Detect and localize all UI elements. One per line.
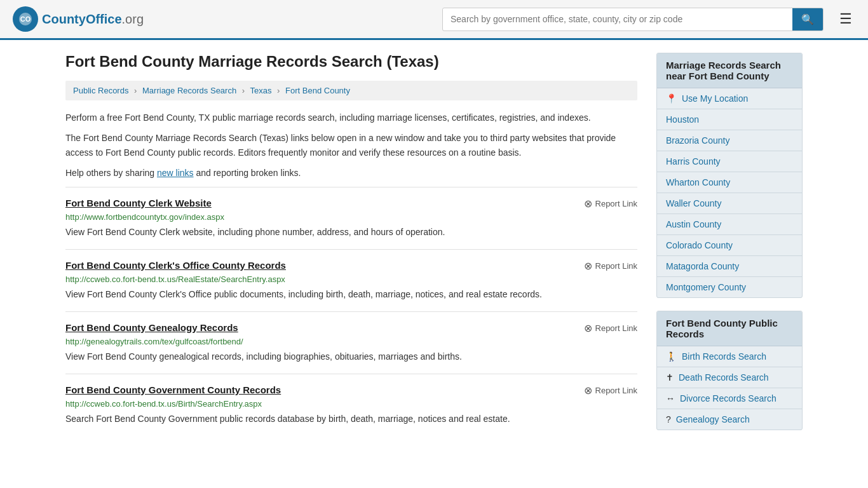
content-area: Fort Bend County Marriage Records Search… <box>65 53 637 443</box>
breadcrumb: Public Records › Marriage Records Search… <box>65 81 637 100</box>
report-icon: ⊗ <box>584 322 592 334</box>
records-container: Fort Bend County Clerk Website ⊗ Report … <box>65 187 637 436</box>
breadcrumb-texas[interactable]: Texas <box>250 86 272 95</box>
record-header: Fort Bend County Clerk's Office County R… <box>65 260 637 272</box>
public-record-icon: ✝ <box>666 372 674 383</box>
record-description: View Fort Bend County Clerk's Office pub… <box>65 288 637 301</box>
page-title: Fort Bend County Marriage Records Search… <box>65 53 637 71</box>
public-record-link[interactable]: Death Records Search <box>679 372 769 383</box>
nearby-item[interactable]: Brazoria County <box>657 130 802 151</box>
description-2: The Fort Bend County Marriage Records Se… <box>65 131 637 159</box>
record-title[interactable]: Fort Bend County Government County Recor… <box>65 384 281 395</box>
record-title[interactable]: Fort Bend County Genealogy Records <box>65 322 238 333</box>
record-entry: Fort Bend County Clerk Website ⊗ Report … <box>65 187 637 249</box>
public-record-icon: ↔ <box>666 393 675 403</box>
nearby-section-header: Marriage Records Search near Fort Bend C… <box>657 53 802 88</box>
nearby-item-link[interactable]: Austin County <box>666 219 721 229</box>
nearby-items-container: HoustonBrazoria CountyHarris CountyWhart… <box>657 109 802 297</box>
nearby-item[interactable]: Waller County <box>657 193 802 214</box>
nearby-item[interactable]: Austin County <box>657 214 802 235</box>
public-record-icon: 🚶 <box>666 351 677 362</box>
breadcrumb-marriage-records[interactable]: Marriage Records Search <box>142 86 236 95</box>
record-title[interactable]: Fort Bend County Clerk Website <box>65 198 212 208</box>
nearby-item-link[interactable]: Waller County <box>666 198 721 208</box>
report-icon: ⊗ <box>584 384 592 396</box>
report-label: Report Link <box>595 199 637 208</box>
record-url[interactable]: http://genealogytrails.com/tex/gulfcoast… <box>65 337 637 346</box>
public-records-section: Fort Bend County Public Records 🚶 Birth … <box>656 311 803 430</box>
nearby-section: Marriage Records Search near Fort Bend C… <box>656 53 803 298</box>
logo-link[interactable]: CO CountyOffice.org <box>13 6 144 32</box>
report-icon: ⊗ <box>584 198 592 210</box>
nearby-item-link[interactable]: Houston <box>666 114 699 125</box>
hamburger-menu-icon[interactable]: ☰ <box>836 8 855 30</box>
report-label: Report Link <box>595 261 637 271</box>
nearby-item-link[interactable]: Colorado County <box>666 240 733 250</box>
report-icon: ⊗ <box>584 260 592 272</box>
logo-icon: CO <box>13 6 38 32</box>
record-header: Fort Bend County Clerk Website ⊗ Report … <box>65 198 637 210</box>
description-3: Help others by sharing new links and rep… <box>65 166 637 180</box>
nearby-item-link[interactable]: Montgomery County <box>666 282 746 292</box>
nearby-item-link[interactable]: Matagorda County <box>666 261 739 271</box>
record-description: View Fort Bend County genealogical recor… <box>65 350 637 363</box>
use-location-item[interactable]: 📍 Use My Location <box>657 88 802 109</box>
report-label: Report Link <box>595 323 637 333</box>
use-location-link[interactable]: Use My Location <box>682 93 748 104</box>
main-container: Fort Bend County Marriage Records Search… <box>53 40 815 456</box>
breadcrumb-public-records[interactable]: Public Records <box>73 86 128 95</box>
record-entry: Fort Bend County Clerk's Office County R… <box>65 249 637 311</box>
public-record-icon: ? <box>666 414 671 424</box>
public-record-link[interactable]: Divorce Records Search <box>680 393 776 403</box>
record-description: View Fort Bend County Clerk website, inc… <box>65 226 637 239</box>
public-records-container: 🚶 Birth Records Search ✝ Death Records S… <box>657 346 802 430</box>
report-link[interactable]: ⊗ Report Link <box>584 260 637 272</box>
breadcrumb-fort-bend[interactable]: Fort Bend County <box>285 86 350 95</box>
public-record-item[interactable]: ? Genealogy Search <box>657 409 802 430</box>
public-records-header: Fort Bend County Public Records <box>657 311 802 346</box>
record-url[interactable]: http://ccweb.co.fort-bend.tx.us/RealEsta… <box>65 274 637 284</box>
report-label: Report Link <box>595 386 637 395</box>
nearby-item[interactable]: Colorado County <box>657 235 802 256</box>
nearby-item-link[interactable]: Harris County <box>666 156 721 166</box>
location-icon: 📍 <box>666 93 677 104</box>
public-record-item[interactable]: 🚶 Birth Records Search <box>657 346 802 367</box>
record-url[interactable]: http://www.fortbendcountytx.gov/index.as… <box>65 212 637 222</box>
search-button[interactable]: 🔍 <box>792 8 823 30</box>
report-link[interactable]: ⊗ Report Link <box>584 198 637 210</box>
nearby-item[interactable]: Wharton County <box>657 172 802 193</box>
record-header: Fort Bend County Government County Recor… <box>65 384 637 396</box>
record-title[interactable]: Fort Bend County Clerk's Office County R… <box>65 260 286 271</box>
report-link[interactable]: ⊗ Report Link <box>584 322 637 334</box>
nearby-item-link[interactable]: Wharton County <box>666 177 730 187</box>
search-input[interactable] <box>443 9 792 29</box>
public-record-link[interactable]: Genealogy Search <box>676 414 750 424</box>
record-url[interactable]: http://ccweb.co.fort-bend.tx.us/Birth/Se… <box>65 399 637 409</box>
logo-text: CountyOffice.org <box>42 12 144 27</box>
nearby-item[interactable]: Matagorda County <box>657 256 802 277</box>
record-header: Fort Bend County Genealogy Records ⊗ Rep… <box>65 322 637 334</box>
nearby-item[interactable]: Houston <box>657 109 802 130</box>
record-description: Search Fort Bend County Government publi… <box>65 412 637 426</box>
search-bar: 🔍 <box>442 8 824 31</box>
sidebar: Marriage Records Search near Fort Bend C… <box>656 53 803 443</box>
record-entry: Fort Bend County Genealogy Records ⊗ Rep… <box>65 311 637 374</box>
description-1: Perform a free Fort Bend County, TX publ… <box>65 111 637 125</box>
header: CO CountyOffice.org 🔍 ☰ <box>0 0 868 40</box>
public-record-link[interactable]: Birth Records Search <box>682 351 766 362</box>
svg-text:CO: CO <box>20 15 31 23</box>
public-record-item[interactable]: ↔ Divorce Records Search <box>657 388 802 409</box>
report-link[interactable]: ⊗ Report Link <box>584 384 637 396</box>
public-record-item[interactable]: ✝ Death Records Search <box>657 367 802 388</box>
new-links-link[interactable]: new links <box>157 168 194 178</box>
nearby-item[interactable]: Montgomery County <box>657 277 802 297</box>
record-entry: Fort Bend County Government County Recor… <box>65 374 637 436</box>
nearby-item-link[interactable]: Brazoria County <box>666 135 729 146</box>
nearby-item[interactable]: Harris County <box>657 151 802 172</box>
